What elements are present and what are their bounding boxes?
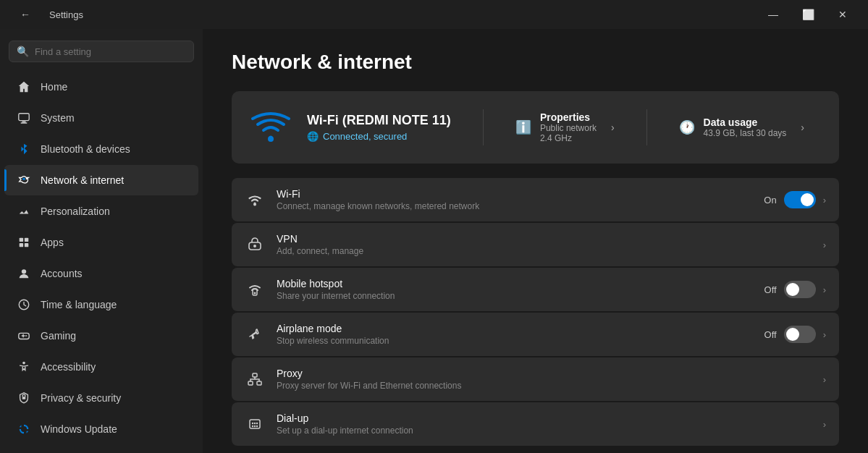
toggle-label-mobile-hotspot: Off bbox=[764, 284, 777, 295]
back-button[interactable]: ← bbox=[9, 3, 42, 26]
nav-list: Home System Bluetooth & devices Network … bbox=[0, 71, 203, 445]
wifi-hero-card[interactable]: Wi-Fi (REDMI NOTE 11) 🌐 Connected, secur… bbox=[232, 91, 839, 164]
wifi-right: On › bbox=[764, 191, 826, 208]
sidebar-item-system[interactable]: System bbox=[4, 103, 198, 133]
dial-up-desc: Set up a dial-up internet connection bbox=[277, 426, 812, 436]
svg-point-8 bbox=[22, 269, 26, 274]
mobile-hotspot-title: Mobile hotspot bbox=[277, 278, 753, 289]
sidebar-item-gaming[interactable]: Gaming bbox=[4, 321, 198, 351]
sidebar-item-label: Time & language bbox=[41, 299, 117, 310]
sidebar-item-label: System bbox=[41, 112, 75, 124]
toggle-airplane-mode[interactable] bbox=[784, 326, 816, 343]
settings-item-dial-up[interactable]: Dial-up Set up a dial-up internet connec… bbox=[232, 402, 839, 446]
titlebar-left: ← Settings bbox=[9, 3, 83, 26]
data-usage-chevron: › bbox=[801, 122, 804, 133]
settings-item-airplane-mode[interactable]: Airplane mode Stop wireless communicatio… bbox=[232, 313, 839, 356]
proxy-right: › bbox=[823, 374, 826, 385]
proxy-title: Proxy bbox=[277, 368, 812, 379]
settings-item-proxy[interactable]: Proxy Proxy server for Wi-Fi and Etherne… bbox=[232, 357, 839, 401]
sidebar-item-accounts[interactable]: Accounts bbox=[4, 258, 198, 289]
sidebar-item-label: Personalization bbox=[41, 206, 110, 217]
wifi-data-usage[interactable]: 🕐 Data usage 43.9 GB, last 30 days › bbox=[662, 117, 822, 138]
proxy-icon bbox=[245, 369, 265, 389]
sidebar-item-apps[interactable]: Apps bbox=[4, 227, 198, 258]
wifi-properties[interactable]: ℹ️ Properties Public network 2.4 GHz › bbox=[498, 111, 632, 143]
search-box[interactable]: 🔍 bbox=[9, 41, 194, 62]
dial-up-icon bbox=[245, 414, 265, 434]
svg-point-13 bbox=[268, 136, 274, 142]
settings-item-mobile-hotspot[interactable]: Mobile hotspot Share your internet conne… bbox=[232, 268, 839, 311]
settings-list: Wi-Fi Connect, manage known networks, me… bbox=[232, 178, 839, 446]
svg-point-23 bbox=[254, 423, 256, 424]
wifi-info: Wi-Fi (REDMI NOTE 11) 🌐 Connected, secur… bbox=[307, 113, 468, 142]
sidebar-item-label: Network & internet bbox=[41, 174, 124, 186]
toggle-label-airplane-mode: Off bbox=[764, 329, 777, 340]
privacy-icon bbox=[16, 390, 32, 406]
sidebar-item-label: Apps bbox=[41, 237, 64, 248]
airplane-mode-title: Airplane mode bbox=[277, 323, 753, 334]
network-icon bbox=[16, 172, 32, 188]
wifi-divider bbox=[483, 109, 484, 145]
wifi-text: Wi-Fi Connect, manage known networks, me… bbox=[277, 188, 752, 211]
accounts-icon bbox=[16, 266, 32, 281]
wifi-large-icon bbox=[249, 106, 292, 149]
titlebar-title: Settings bbox=[49, 9, 83, 20]
properties-chevron: › bbox=[611, 122, 615, 133]
sidebar-item-personalization[interactable]: Personalization bbox=[4, 196, 198, 226]
vpn-desc: Add, connect, manage bbox=[277, 246, 812, 256]
search-input[interactable] bbox=[35, 46, 186, 57]
bluetooth-icon bbox=[16, 141, 32, 157]
wifi-title: Wi-Fi bbox=[277, 188, 752, 200]
sidebar-item-windows-update[interactable]: Windows Update bbox=[4, 414, 198, 444]
vpn-title: VPN bbox=[277, 233, 812, 245]
titlebar-controls: — ⬜ ✕ bbox=[757, 3, 859, 26]
mobile-hotspot-text: Mobile hotspot Share your internet conne… bbox=[277, 278, 753, 301]
chevron-proxy: › bbox=[823, 374, 826, 385]
wifi-prop-text: Properties Public network 2.4 GHz bbox=[540, 111, 597, 143]
sidebar-item-privacy[interactable]: Privacy & security bbox=[4, 383, 198, 413]
mobile-hotspot-icon bbox=[245, 279, 265, 300]
page-title: Network & internet bbox=[232, 51, 839, 74]
sidebar-item-network[interactable]: Network & internet bbox=[4, 165, 198, 195]
proxy-text: Proxy Proxy server for Wi-Fi and Etherne… bbox=[277, 368, 812, 391]
home-icon bbox=[16, 79, 32, 95]
data-usage-icon: 🕐 bbox=[679, 119, 695, 135]
sidebar-item-home[interactable]: Home bbox=[4, 72, 198, 102]
info-icon: ℹ️ bbox=[515, 119, 531, 135]
system-icon bbox=[16, 110, 32, 126]
personalization-icon bbox=[16, 203, 32, 219]
chevron-vpn: › bbox=[823, 240, 826, 250]
toggle-mobile-hotspot[interactable] bbox=[784, 281, 816, 298]
svg-rect-4 bbox=[20, 238, 23, 242]
sidebar-item-label: Accounts bbox=[41, 268, 83, 279]
sidebar-item-label: Windows Update bbox=[41, 423, 117, 435]
minimize-button[interactable]: — bbox=[757, 3, 790, 26]
settings-item-vpn[interactable]: VPN Add, connect, manage › bbox=[232, 223, 839, 266]
airplane-mode-text: Airplane mode Stop wireless communicatio… bbox=[277, 323, 753, 346]
mobile-hotspot-desc: Share your internet connection bbox=[277, 291, 753, 301]
svg-point-27 bbox=[256, 426, 258, 427]
svg-point-25 bbox=[252, 426, 253, 427]
airplane-mode-desc: Stop wireless communication bbox=[277, 336, 753, 346]
dial-up-title: Dial-up bbox=[277, 412, 812, 424]
apps-icon bbox=[16, 234, 32, 250]
svg-rect-7 bbox=[25, 243, 28, 247]
toggle-wifi[interactable] bbox=[784, 191, 816, 208]
globe-icon: 🌐 bbox=[307, 131, 319, 142]
close-button[interactable]: ✕ bbox=[826, 3, 859, 26]
svg-rect-5 bbox=[25, 238, 28, 242]
vpn-icon bbox=[245, 234, 265, 255]
svg-point-24 bbox=[256, 423, 258, 424]
sidebar-item-label: Home bbox=[41, 81, 67, 93]
vpn-text: VPN Add, connect, manage bbox=[277, 233, 812, 256]
wifi-divider-2 bbox=[646, 109, 647, 145]
svg-point-11 bbox=[22, 362, 25, 365]
dial-up-text: Dial-up Set up a dial-up internet connec… bbox=[277, 412, 812, 436]
chevron-wifi: › bbox=[823, 195, 826, 206]
maximize-button[interactable]: ⬜ bbox=[791, 3, 825, 26]
airplane-mode-right: Off › bbox=[764, 326, 826, 343]
settings-item-wifi[interactable]: Wi-Fi Connect, manage known networks, me… bbox=[232, 178, 839, 221]
sidebar-item-bluetooth[interactable]: Bluetooth & devices bbox=[4, 134, 198, 164]
sidebar-item-accessibility[interactable]: Accessibility bbox=[4, 352, 198, 382]
sidebar-item-time[interactable]: Time & language bbox=[4, 289, 198, 320]
